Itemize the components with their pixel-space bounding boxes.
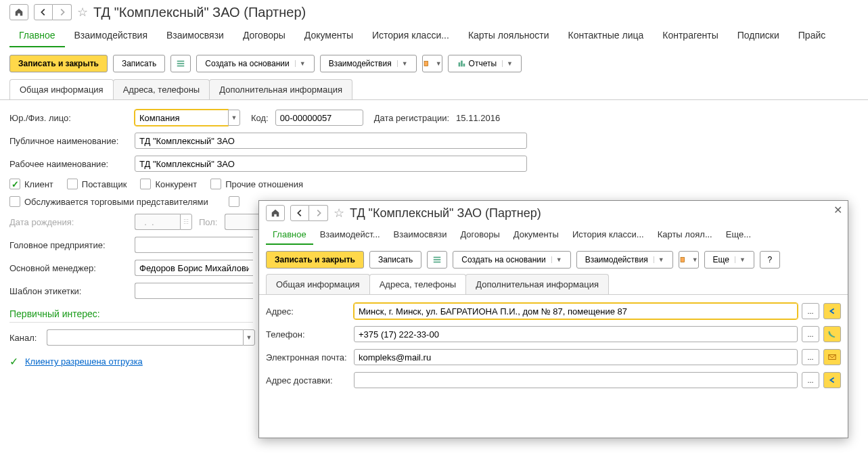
- create-based-button[interactable]: Создать на основании▼: [196, 55, 314, 72]
- modal-forward-button[interactable]: [309, 205, 328, 221]
- forward-button[interactable]: [53, 4, 72, 20]
- chevron-down-icon: ▼: [654, 256, 664, 263]
- modal-tab-documents[interactable]: Документы: [507, 225, 566, 245]
- modal-attach-button[interactable]: ▼: [679, 251, 699, 269]
- modal-list-button[interactable]: [427, 251, 447, 269]
- entity-type-input[interactable]: [135, 110, 228, 126]
- modal-create-based-button[interactable]: Создать на основании▼: [453, 251, 570, 269]
- modal-home-button[interactable]: [266, 205, 285, 221]
- tab-main[interactable]: Главное: [9, 24, 65, 47]
- page-title: ТД "Комплексный" ЗАО (Партнер): [93, 5, 306, 20]
- status-link[interactable]: Клиенту разрешена отгрузка: [25, 356, 143, 367]
- phone-ellipsis[interactable]: ...: [802, 326, 819, 342]
- email-ellipsis[interactable]: ...: [802, 349, 819, 365]
- svg-rect-8: [434, 259, 441, 260]
- subtab-general[interactable]: Общая информация: [9, 79, 114, 99]
- phone-input[interactable]: [354, 326, 798, 342]
- favorite-icon[interactable]: ☆: [77, 5, 88, 20]
- email-label: Электронная почта:: [266, 352, 347, 363]
- svg-rect-2: [177, 66, 185, 67]
- modal-tab-more[interactable]: Еще...: [719, 225, 758, 245]
- tab-history[interactable]: История класси...: [363, 24, 459, 47]
- tab-loyalty[interactable]: Карты лояльности: [459, 24, 559, 47]
- tab-relations[interactable]: Взаимосвязи: [157, 24, 233, 47]
- extra-checkbox[interactable]: [229, 196, 239, 207]
- email-action[interactable]: [823, 349, 841, 365]
- tab-subscriptions[interactable]: Подписки: [728, 24, 789, 47]
- modal-subtab-general[interactable]: Общая информация: [266, 274, 370, 294]
- reports-button[interactable]: Отчеты▼: [448, 55, 522, 72]
- modal-tab-relations[interactable]: Взаимосвязи: [387, 225, 454, 245]
- attach-icon: [679, 255, 687, 264]
- supplier-checkbox[interactable]: [67, 179, 78, 189]
- entity-type-dropdown[interactable]: ▼: [228, 110, 240, 126]
- work-name-label: Рабочее наименование:: [9, 159, 128, 169]
- modal-save-button[interactable]: Записать: [369, 251, 421, 269]
- phone-action[interactable]: [823, 326, 841, 342]
- tab-interactions[interactable]: Взаимодействия: [65, 24, 158, 47]
- modal-tab-interactions[interactable]: Взаимодейст...: [313, 225, 387, 245]
- tab-contacts[interactable]: Контактные лица: [559, 24, 654, 47]
- modal-subtab-addresses[interactable]: Адреса, телефоны: [369, 274, 467, 294]
- delivery-ellipsis[interactable]: ...: [802, 372, 819, 377]
- phone-label: Телефон:: [266, 329, 347, 340]
- modal-save-close-button[interactable]: Записать и закрыть: [266, 251, 364, 269]
- save-close-button[interactable]: Записать и закрыть: [9, 55, 108, 72]
- modal-subtab-additional[interactable]: Дополнительная информация: [465, 274, 609, 294]
- modal-tab-contracts[interactable]: Договоры: [453, 225, 506, 245]
- serviced-checkbox[interactable]: [9, 196, 20, 207]
- delivery-input[interactable]: [354, 372, 798, 377]
- competitor-label: Конкурент: [155, 179, 197, 189]
- manager-input[interactable]: [135, 260, 253, 276]
- svg-rect-3: [424, 62, 428, 66]
- template-input[interactable]: [135, 283, 253, 299]
- tab-documents[interactable]: Документы: [295, 24, 363, 47]
- chevron-down-icon: ▼: [551, 256, 562, 263]
- client-checkbox[interactable]: ✓: [9, 179, 20, 189]
- back-button[interactable]: [34, 4, 53, 20]
- modal-favorite-icon[interactable]: ☆: [334, 206, 344, 220]
- email-input[interactable]: [354, 349, 798, 365]
- modal-page-title: ТД "Комплексный" ЗАО (Партнер): [350, 206, 541, 220]
- work-name-input[interactable]: [135, 156, 527, 172]
- modal-more-button[interactable]: Еще▼: [704, 251, 754, 269]
- modal-tab-main[interactable]: Главное: [266, 225, 313, 245]
- channel-input[interactable]: [47, 329, 243, 346]
- subtab-addresses[interactable]: Адреса, телефоны: [113, 79, 210, 99]
- interactions-button[interactable]: Взаимодействия▼: [320, 55, 417, 72]
- other-checkbox[interactable]: [210, 179, 221, 189]
- modal-interactions-button[interactable]: Взаимодействия▼: [576, 251, 673, 269]
- tab-counterparties[interactable]: Контрагенты: [653, 24, 727, 47]
- subtab-additional[interactable]: Дополнительная информация: [209, 79, 352, 99]
- address-action[interactable]: [823, 303, 841, 319]
- attach-button[interactable]: ▼: [422, 55, 442, 72]
- modal-tab-loyalty[interactable]: Карты лоял...: [651, 225, 719, 245]
- tab-price[interactable]: Прайс: [789, 24, 835, 47]
- address-ellipsis[interactable]: ...: [802, 303, 819, 319]
- save-button[interactable]: Записать: [113, 55, 165, 72]
- address-label: Адрес:: [266, 306, 347, 317]
- svg-rect-1: [177, 63, 185, 64]
- main-titlebar: ☆ ТД "Комплексный" ЗАО (Партнер): [0, 0, 868, 24]
- chevron-down-icon: ▼: [436, 60, 442, 67]
- arrow-right-icon: [314, 208, 323, 218]
- channel-dropdown[interactable]: ▼: [243, 329, 255, 346]
- modal-tab-history[interactable]: История класси...: [566, 225, 651, 245]
- home-button[interactable]: [9, 4, 28, 20]
- public-name-input[interactable]: [135, 133, 527, 149]
- modal-back-button[interactable]: [290, 205, 309, 221]
- close-button[interactable]: ✕: [833, 204, 842, 216]
- svg-rect-5: [461, 61, 463, 67]
- list-button[interactable]: [170, 55, 191, 72]
- modal-help-button[interactable]: ?: [760, 251, 780, 269]
- code-input[interactable]: [275, 110, 363, 126]
- head-ent-input[interactable]: [135, 237, 253, 253]
- competitor-checkbox[interactable]: [140, 179, 151, 189]
- arrow-back-icon: [827, 375, 837, 377]
- home-icon: [14, 7, 24, 17]
- modal-window: ✕ ☆ ТД "Комплексный" ЗАО (Партнер) Главн…: [258, 200, 848, 377]
- tab-contracts[interactable]: Договоры: [233, 24, 295, 47]
- delivery-action[interactable]: [823, 372, 841, 377]
- address-input[interactable]: [354, 303, 798, 319]
- svg-rect-10: [681, 258, 685, 262]
